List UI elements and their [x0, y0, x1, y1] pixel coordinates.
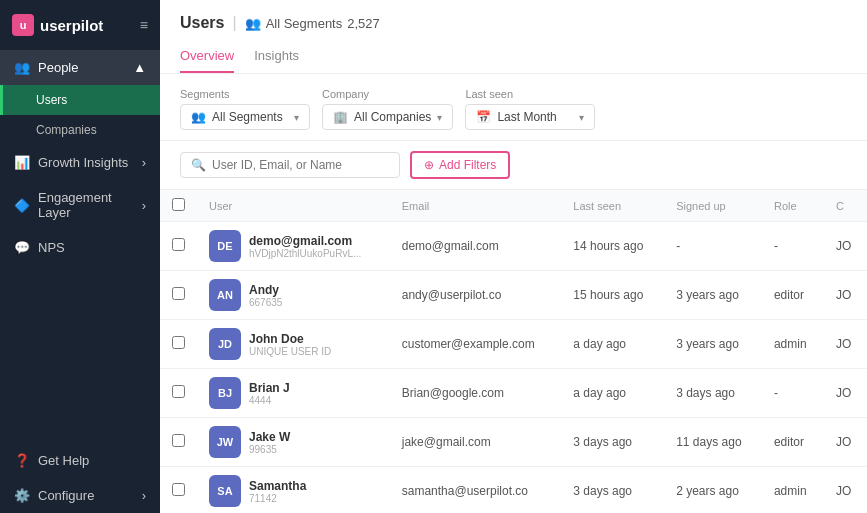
user-id: UNIQUE USER ID — [249, 346, 331, 357]
row-last-seen: 3 days ago — [561, 467, 664, 514]
row-email: samantha@userpilot.co — [390, 467, 562, 514]
table-row[interactable]: JW Jake W 99635 jake@gmail.com 3 days ag… — [160, 418, 867, 467]
last-seen-filter-icon: 📅 — [476, 110, 491, 124]
search-input-wrap: 🔍 — [180, 152, 400, 178]
filter-label-segments: Segments — [180, 88, 310, 100]
sidebar-item-label-engagement: Engagement Layer — [38, 190, 142, 220]
row-checkbox-cell — [160, 320, 197, 369]
segment-badge: 👥 All Segments 2,527 — [245, 16, 380, 31]
row-checkbox[interactable] — [172, 483, 185, 496]
growth-icon: 📊 — [14, 155, 30, 170]
sidebar-item-growth-insights[interactable]: 📊 Growth Insights › — [0, 145, 160, 180]
row-extra: JO — [824, 320, 867, 369]
row-checkbox[interactable] — [172, 287, 185, 300]
table-header-row: User Email Last seen Signed up Role C — [160, 190, 867, 222]
last-seen-arrow-icon: ▾ — [579, 112, 584, 123]
sidebar-item-engagement-layer[interactable]: 🔷 Engagement Layer › — [0, 180, 160, 230]
col-role: Role — [762, 190, 824, 222]
main-header: Users | 👥 All Segments 2,527 Overview In… — [160, 0, 867, 74]
configure-icon: ⚙️ — [14, 488, 30, 503]
row-checkbox[interactable] — [172, 434, 185, 447]
sidebar-item-label-people: People — [38, 60, 78, 75]
segment-icon: 👥 — [245, 16, 261, 31]
row-email: customer@example.com — [390, 320, 562, 369]
sidebar-bottom: ❓ Get Help ⚙️ Configure › — [0, 443, 160, 513]
user-info: John Doe UNIQUE USER ID — [249, 332, 331, 357]
row-signed-up: - — [664, 222, 762, 271]
avatar: AN — [209, 279, 241, 311]
search-icon: 🔍 — [191, 158, 206, 172]
user-info: Samantha 71142 — [249, 479, 306, 504]
table-row[interactable]: BJ Brian J 4444 Brian@google.com a day a… — [160, 369, 867, 418]
row-extra: JO — [824, 418, 867, 467]
sidebar-item-label-configure: Configure — [38, 488, 94, 503]
table-row[interactable]: JD John Doe UNIQUE USER ID customer@exam… — [160, 320, 867, 369]
sidebar-item-people[interactable]: 👥 People ▲ — [0, 50, 160, 85]
filter-select-company[interactable]: 🏢 All Companies ▾ — [322, 104, 453, 130]
sidebar-item-configure[interactable]: ⚙️ Configure › — [0, 478, 160, 513]
tabs: Overview Insights — [180, 42, 847, 73]
row-user-cell: BJ Brian J 4444 — [197, 369, 390, 418]
table-row[interactable]: AN Andy 667635 andy@userpilot.co 15 hour… — [160, 271, 867, 320]
row-role: admin — [762, 320, 824, 369]
row-last-seen: a day ago — [561, 320, 664, 369]
user-info: Brian J 4444 — [249, 381, 290, 406]
segments-arrow-icon: ▾ — [294, 112, 299, 123]
tab-insights[interactable]: Insights — [254, 42, 299, 73]
row-checkbox[interactable] — [172, 336, 185, 349]
sidebar-sub-item-users[interactable]: Users — [0, 85, 160, 115]
logo-icon: u — [12, 14, 34, 36]
user-id: 4444 — [249, 395, 290, 406]
search-input[interactable] — [212, 158, 382, 172]
row-checkbox-cell — [160, 369, 197, 418]
row-signed-up: 3 years ago — [664, 271, 762, 320]
col-extra: C — [824, 190, 867, 222]
row-signed-up: 3 days ago — [664, 369, 762, 418]
filter-group-segments: Segments 👥 All Segments ▾ — [180, 88, 310, 130]
add-filters-icon: ⊕ — [424, 158, 434, 172]
user-info: Jake W 99635 — [249, 430, 290, 455]
sidebar-item-nps[interactable]: 💬 NPS — [0, 230, 160, 265]
avatar: JD — [209, 328, 241, 360]
select-all-checkbox[interactable] — [172, 198, 185, 211]
company-filter-value: All Companies — [354, 110, 431, 124]
segments-filter-icon: 👥 — [191, 110, 206, 124]
nps-icon: 💬 — [14, 240, 30, 255]
user-info: Andy 667635 — [249, 283, 282, 308]
user-name: Brian J — [249, 381, 290, 395]
user-name: Andy — [249, 283, 282, 297]
row-extra: JO — [824, 369, 867, 418]
row-role: admin — [762, 467, 824, 514]
row-checkbox[interactable] — [172, 238, 185, 251]
company-arrow-icon: ▾ — [437, 112, 442, 123]
page-title: Users | 👥 All Segments 2,527 — [180, 14, 847, 32]
sidebar-item-label-nps: NPS — [38, 240, 65, 255]
sidebar-item-get-help[interactable]: ❓ Get Help — [0, 443, 160, 478]
tab-overview[interactable]: Overview — [180, 42, 234, 73]
filter-select-last-seen[interactable]: 📅 Last Month ▾ — [465, 104, 595, 130]
row-last-seen: 3 days ago — [561, 418, 664, 467]
row-email: Brian@google.com — [390, 369, 562, 418]
user-count: 2,527 — [347, 16, 380, 31]
table-row[interactable]: SA Samantha 71142 samantha@userpilot.co … — [160, 467, 867, 514]
main-content: Users | 👥 All Segments 2,527 Overview In… — [160, 0, 867, 513]
row-email: jake@gmail.com — [390, 418, 562, 467]
table-row[interactable]: DE demo@gmail.com hVDjpN2thlUukoPuRvL...… — [160, 222, 867, 271]
row-user-cell: JD John Doe UNIQUE USER ID — [197, 320, 390, 369]
filter-select-segments[interactable]: 👥 All Segments ▾ — [180, 104, 310, 130]
sidebar-sub-label-users: Users — [36, 93, 67, 107]
users-table: User Email Last seen Signed up Role C DE… — [160, 190, 867, 513]
row-checkbox[interactable] — [172, 385, 185, 398]
users-table-wrap: User Email Last seen Signed up Role C DE… — [160, 190, 867, 513]
company-filter-icon: 🏢 — [333, 110, 348, 124]
sidebar-item-label-help: Get Help — [38, 453, 89, 468]
row-signed-up: 11 days ago — [664, 418, 762, 467]
col-signed-up: Signed up — [664, 190, 762, 222]
col-last-seen: Last seen — [561, 190, 664, 222]
user-id: 71142 — [249, 493, 306, 504]
sidebar-collapse-button[interactable]: ≡ — [140, 17, 148, 33]
sidebar-sub-item-companies[interactable]: Companies — [0, 115, 160, 145]
add-filters-button[interactable]: ⊕ Add Filters — [410, 151, 510, 179]
chevron-up-icon: ▲ — [133, 60, 146, 75]
chevron-right-icon-2: › — [142, 198, 146, 213]
